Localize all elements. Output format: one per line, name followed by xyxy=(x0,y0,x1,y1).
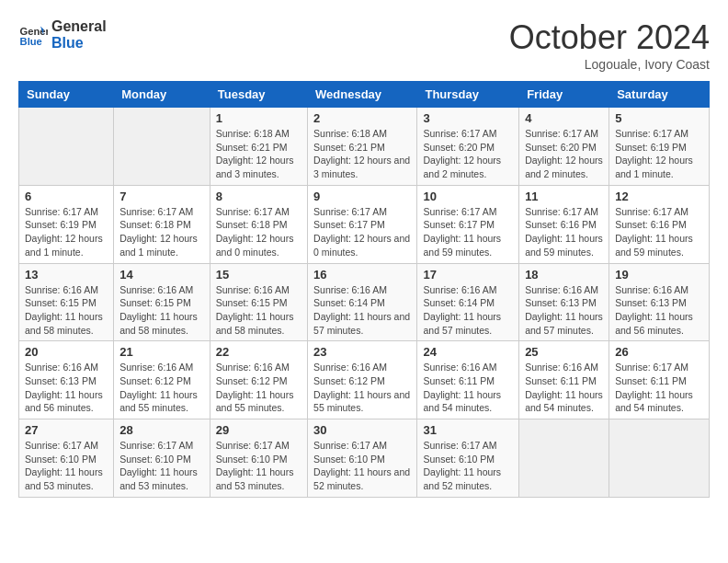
day-number: 25 xyxy=(525,345,603,359)
day-cell: 8Sunrise: 6:17 AM Sunset: 6:18 PM Daylig… xyxy=(210,185,307,263)
calendar-table: SundayMondayTuesdayWednesdayThursdayFrid… xyxy=(18,81,710,498)
day-info: Sunrise: 6:17 AM Sunset: 6:19 PM Dayligh… xyxy=(615,127,703,181)
day-cell: 19Sunrise: 6:16 AM Sunset: 6:13 PM Dayli… xyxy=(609,263,710,341)
day-cell: 5Sunrise: 6:17 AM Sunset: 6:19 PM Daylig… xyxy=(609,108,710,186)
day-info: Sunrise: 6:16 AM Sunset: 6:11 PM Dayligh… xyxy=(423,361,513,415)
day-cell: 31Sunrise: 6:17 AM Sunset: 6:10 PM Dayli… xyxy=(417,419,519,498)
day-info: Sunrise: 6:17 AM Sunset: 6:19 PM Dayligh… xyxy=(25,205,108,259)
day-info: Sunrise: 6:17 AM Sunset: 6:10 PM Dayligh… xyxy=(25,439,108,493)
day-cell: 16Sunrise: 6:16 AM Sunset: 6:14 PM Dayli… xyxy=(308,263,417,341)
day-info: Sunrise: 6:17 AM Sunset: 6:10 PM Dayligh… xyxy=(119,439,204,493)
day-info: Sunrise: 6:17 AM Sunset: 6:18 PM Dayligh… xyxy=(216,205,301,259)
day-cell: 2Sunrise: 6:18 AM Sunset: 6:21 PM Daylig… xyxy=(308,108,417,186)
day-cell: 12Sunrise: 6:17 AM Sunset: 6:16 PM Dayli… xyxy=(609,185,710,263)
day-number: 11 xyxy=(525,190,603,203)
day-info: Sunrise: 6:18 AM Sunset: 6:21 PM Dayligh… xyxy=(313,127,411,181)
svg-text:Blue: Blue xyxy=(20,36,42,47)
week-row-1: 1Sunrise: 6:18 AM Sunset: 6:21 PM Daylig… xyxy=(19,108,710,186)
day-info: Sunrise: 6:16 AM Sunset: 6:13 PM Dayligh… xyxy=(25,361,108,415)
logo-line2: Blue xyxy=(51,35,107,52)
day-number: 20 xyxy=(25,345,108,359)
day-number: 23 xyxy=(313,345,411,359)
column-header-tuesday: Tuesday xyxy=(210,82,307,108)
day-number: 8 xyxy=(216,190,301,203)
calendar-header-row: SundayMondayTuesdayWednesdayThursdayFrid… xyxy=(19,82,710,108)
day-number: 26 xyxy=(615,345,703,359)
day-number: 19 xyxy=(615,268,703,282)
day-number: 31 xyxy=(423,423,513,437)
day-cell: 4Sunrise: 6:17 AM Sunset: 6:20 PM Daylig… xyxy=(519,108,609,186)
day-number: 13 xyxy=(25,268,108,282)
day-info: Sunrise: 6:16 AM Sunset: 6:12 PM Dayligh… xyxy=(216,361,301,415)
day-cell: 15Sunrise: 6:16 AM Sunset: 6:15 PM Dayli… xyxy=(210,263,307,341)
day-cell: 21Sunrise: 6:16 AM Sunset: 6:12 PM Dayli… xyxy=(114,341,210,419)
day-number: 10 xyxy=(423,190,513,203)
title-block: October 2024 Logouale, Ivory Coast xyxy=(509,18,710,72)
day-cell: 27Sunrise: 6:17 AM Sunset: 6:10 PM Dayli… xyxy=(19,419,114,498)
column-header-saturday: Saturday xyxy=(609,82,710,108)
day-number: 17 xyxy=(423,268,513,282)
day-info: Sunrise: 6:17 AM Sunset: 6:10 PM Dayligh… xyxy=(313,439,411,493)
logo-line1: General xyxy=(51,18,107,35)
day-info: Sunrise: 6:16 AM Sunset: 6:14 PM Dayligh… xyxy=(313,283,411,338)
day-info: Sunrise: 6:16 AM Sunset: 6:11 PM Dayligh… xyxy=(525,361,603,415)
day-info: Sunrise: 6:16 AM Sunset: 6:13 PM Dayligh… xyxy=(615,283,703,338)
day-number: 15 xyxy=(216,268,301,282)
day-info: Sunrise: 6:17 AM Sunset: 6:18 PM Dayligh… xyxy=(119,205,204,259)
day-info: Sunrise: 6:17 AM Sunset: 6:17 PM Dayligh… xyxy=(423,205,513,259)
day-info: Sunrise: 6:17 AM Sunset: 6:10 PM Dayligh… xyxy=(423,439,513,493)
day-number: 7 xyxy=(119,190,204,203)
day-cell: 13Sunrise: 6:16 AM Sunset: 6:15 PM Dayli… xyxy=(19,263,114,341)
day-number: 5 xyxy=(615,111,703,125)
day-info: Sunrise: 6:16 AM Sunset: 6:15 PM Dayligh… xyxy=(25,283,108,338)
day-cell: 10Sunrise: 6:17 AM Sunset: 6:17 PM Dayli… xyxy=(417,185,519,263)
week-row-5: 27Sunrise: 6:17 AM Sunset: 6:10 PM Dayli… xyxy=(19,419,710,498)
day-cell: 9Sunrise: 6:17 AM Sunset: 6:17 PM Daylig… xyxy=(308,185,417,263)
month-title: October 2024 xyxy=(509,18,710,57)
day-number: 18 xyxy=(525,268,603,282)
day-number: 9 xyxy=(313,190,411,203)
day-number: 2 xyxy=(313,111,411,125)
week-row-3: 13Sunrise: 6:16 AM Sunset: 6:15 PM Dayli… xyxy=(19,263,710,341)
day-cell: 25Sunrise: 6:16 AM Sunset: 6:11 PM Dayli… xyxy=(519,341,609,419)
day-number: 24 xyxy=(423,345,513,359)
location-subtitle: Logouale, Ivory Coast xyxy=(509,57,710,72)
column-header-monday: Monday xyxy=(114,82,210,108)
day-number: 28 xyxy=(119,423,204,437)
day-cell: 29Sunrise: 6:17 AM Sunset: 6:10 PM Dayli… xyxy=(210,419,307,498)
day-cell: 7Sunrise: 6:17 AM Sunset: 6:18 PM Daylig… xyxy=(114,185,210,263)
day-number: 30 xyxy=(313,423,411,437)
day-cell: 14Sunrise: 6:16 AM Sunset: 6:15 PM Dayli… xyxy=(114,263,210,341)
day-info: Sunrise: 6:16 AM Sunset: 6:15 PM Dayligh… xyxy=(216,283,301,338)
day-cell: 23Sunrise: 6:16 AM Sunset: 6:12 PM Dayli… xyxy=(308,341,417,419)
day-info: Sunrise: 6:16 AM Sunset: 6:12 PM Dayligh… xyxy=(119,361,204,415)
day-info: Sunrise: 6:17 AM Sunset: 6:20 PM Dayligh… xyxy=(423,127,513,181)
day-cell: 18Sunrise: 6:16 AM Sunset: 6:13 PM Dayli… xyxy=(519,263,609,341)
day-cell: 11Sunrise: 6:17 AM Sunset: 6:16 PM Dayli… xyxy=(519,185,609,263)
day-info: Sunrise: 6:17 AM Sunset: 6:17 PM Dayligh… xyxy=(313,205,411,259)
day-number: 29 xyxy=(216,423,301,437)
day-cell: 28Sunrise: 6:17 AM Sunset: 6:10 PM Dayli… xyxy=(114,419,210,498)
svg-text:General: General xyxy=(20,26,48,37)
day-number: 6 xyxy=(25,190,108,203)
column-header-sunday: Sunday xyxy=(19,82,114,108)
day-number: 3 xyxy=(423,111,513,125)
day-number: 27 xyxy=(25,423,108,437)
day-info: Sunrise: 6:16 AM Sunset: 6:14 PM Dayligh… xyxy=(423,283,513,338)
page-header: General Blue General Blue October 2024 L… xyxy=(18,18,710,72)
day-number: 22 xyxy=(216,345,301,359)
day-cell: 24Sunrise: 6:16 AM Sunset: 6:11 PM Dayli… xyxy=(417,341,519,419)
column-header-friday: Friday xyxy=(519,82,609,108)
day-cell: 30Sunrise: 6:17 AM Sunset: 6:10 PM Dayli… xyxy=(308,419,417,498)
day-info: Sunrise: 6:16 AM Sunset: 6:13 PM Dayligh… xyxy=(525,283,603,338)
week-row-2: 6Sunrise: 6:17 AM Sunset: 6:19 PM Daylig… xyxy=(19,185,710,263)
week-row-4: 20Sunrise: 6:16 AM Sunset: 6:13 PM Dayli… xyxy=(19,341,710,419)
day-cell: 6Sunrise: 6:17 AM Sunset: 6:19 PM Daylig… xyxy=(19,185,114,263)
day-cell xyxy=(114,108,210,186)
day-info: Sunrise: 6:17 AM Sunset: 6:11 PM Dayligh… xyxy=(615,361,703,415)
day-cell: 3Sunrise: 6:17 AM Sunset: 6:20 PM Daylig… xyxy=(417,108,519,186)
day-info: Sunrise: 6:17 AM Sunset: 6:20 PM Dayligh… xyxy=(525,127,603,181)
day-info: Sunrise: 6:16 AM Sunset: 6:15 PM Dayligh… xyxy=(119,283,204,338)
logo-icon: General Blue xyxy=(18,20,48,50)
day-number: 4 xyxy=(525,111,603,125)
